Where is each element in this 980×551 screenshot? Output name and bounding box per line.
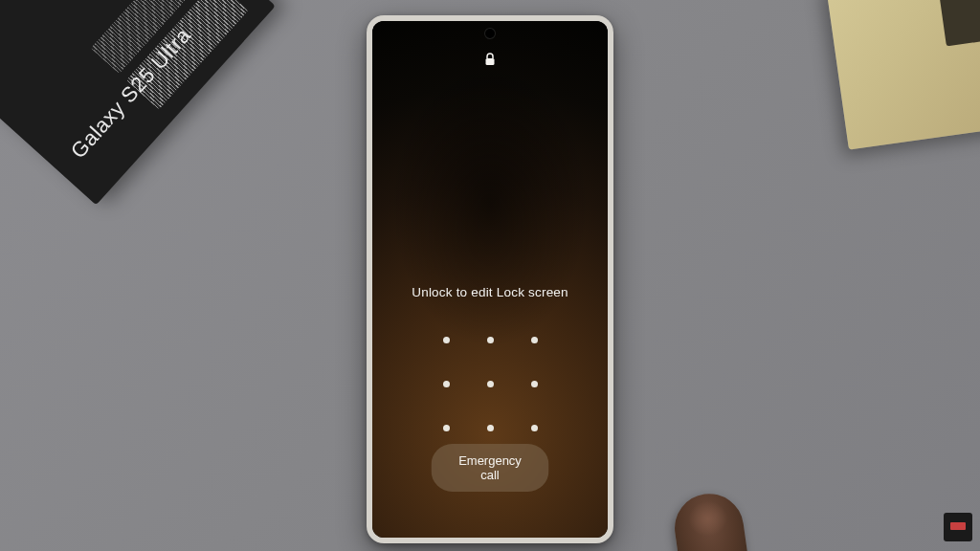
svg-rect-0	[486, 58, 495, 65]
emergency-call-button[interactable]: Emergency call	[432, 444, 549, 492]
wooden-block-prop	[826, 0, 980, 150]
pattern-dot-1[interactable]	[443, 337, 450, 343]
pattern-dot-8[interactable]	[487, 425, 494, 431]
lock-icon	[484, 53, 496, 66]
front-camera-punchhole	[485, 29, 495, 38]
product-box: Galaxy S25 Ultra	[0, 0, 276, 205]
pattern-dot-5[interactable]	[487, 381, 494, 387]
pattern-dot-3[interactable]	[531, 337, 538, 343]
pattern-dot-7[interactable]	[443, 425, 450, 431]
pattern-dot-6[interactable]	[531, 381, 538, 387]
pattern-dot-2[interactable]	[487, 337, 494, 343]
phone-frame: Unlock to edit Lock screen Emergency cal…	[367, 15, 613, 543]
finger-prop	[670, 489, 751, 551]
phone-screen[interactable]: Unlock to edit Lock screen Emergency cal…	[372, 21, 608, 538]
channel-watermark	[944, 513, 972, 541]
pattern-dot-9[interactable]	[531, 425, 538, 431]
pattern-unlock-grid[interactable]	[424, 318, 556, 450]
unlock-prompt-text: Unlock to edit Lock screen	[372, 285, 608, 299]
pattern-dot-4[interactable]	[443, 381, 450, 387]
hinge-detail	[937, 0, 980, 46]
